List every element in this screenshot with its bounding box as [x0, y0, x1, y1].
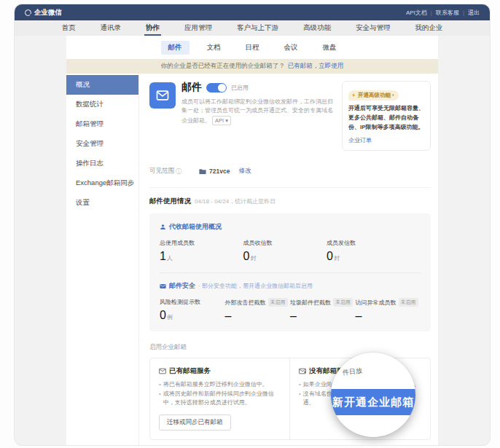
- premium-badge[interactable]: 开通高级功能 ›: [348, 90, 399, 101]
- top-link-contact-support[interactable]: 联系客服: [436, 9, 459, 17]
- top-link-api-docs[interactable]: API文档: [406, 9, 427, 17]
- stat-total-members: 总使用成员数 1人: [160, 239, 243, 263]
- existing-mailbox-bullet: 将已有邮箱服务立即迁移到企业微信中。: [159, 380, 281, 389]
- nav-tab-security[interactable]: 安全与管理: [356, 20, 391, 36]
- mail-security-icon: [160, 283, 166, 289]
- person-icon: [160, 224, 166, 230]
- divider: |: [431, 9, 432, 16]
- top-bar: 企业微信 API文档 | 联系客服 | 退出: [15, 4, 490, 20]
- visibility-scope-value: 721vce: [209, 168, 230, 175]
- stat-mails-received: 成员收信数 0封: [243, 239, 327, 263]
- content-card: 邮件 文档 日程 会议 微盘 你的企业是否已经有正在使用的企业邮箱了？ 已有邮箱…: [66, 36, 438, 445]
- divider: [160, 272, 421, 273]
- mail-title: 邮件: [181, 81, 202, 94]
- mail-app-icon: [149, 82, 176, 109]
- nav-tab-advanced[interactable]: 高级功能: [303, 20, 331, 36]
- stat-unit: 封: [250, 255, 256, 262]
- envelope-outline-icon: [159, 368, 166, 374]
- premium-promo-text: 开通后可享受无限邮箱容量、更多公共邮箱、邮件自动备份、IP限制等多项高级功能。: [348, 104, 424, 132]
- nav-tab-my-company[interactable]: 我的企业: [415, 20, 443, 36]
- usage-stats-panel: 代收邮箱使用概况 总使用成员数 1人 成员收信数 0封: [149, 213, 431, 331]
- notice-text: 你的企业是否已经有正在使用的企业邮箱了？: [161, 62, 285, 71]
- enterprise-orders-link[interactable]: 企业订单: [348, 136, 372, 144]
- notice-bar: 你的企业是否已经有正在使用的企业邮箱了？ 已有邮箱，立即使用: [66, 59, 438, 74]
- existing-mailbox-column: 已有邮箱服务 将已有邮箱服务立即迁移到企业微信中。 或将历史邮件和新邮件持续同步…: [150, 358, 290, 439]
- stat-label: 外部攻击拦截数: [225, 299, 266, 307]
- notice-use-existing-link[interactable]: 已有邮箱，立即使用: [288, 62, 344, 71]
- stat-spam-blocked: 垃圾邮件拦截数未启用 –: [290, 298, 356, 323]
- subtab-meeting[interactable]: 会议: [277, 41, 305, 55]
- stat-label: 风险检测提示数: [160, 298, 200, 306]
- stat-value: 0: [160, 309, 166, 321]
- nav-tab-contacts[interactable]: 通讯录: [101, 20, 122, 36]
- stat-label: 成员收信数: [243, 239, 327, 247]
- subtab-mail[interactable]: 邮件: [161, 41, 190, 55]
- stat-unit: 封: [334, 255, 340, 262]
- sidebar-item-security-management[interactable]: 安全管理: [66, 134, 138, 154]
- nav-tab-app-management[interactable]: 应用管理: [184, 20, 212, 36]
- sidebar: 概况 数据统计 邮箱管理 安全管理 操作日志 Exchange邮箱同步 设置: [66, 74, 139, 445]
- usage-title-text: 邮件使用情况: [149, 197, 191, 205]
- stat-unit: 人: [167, 255, 173, 262]
- enable-mailbox-section-label: 启用企业邮箱: [149, 343, 431, 352]
- sidebar-item-statistics[interactable]: 数据统计: [66, 95, 138, 114]
- existing-mailbox-title: 已有邮箱服务: [169, 366, 211, 376]
- subtab-calendar[interactable]: 日程: [238, 41, 267, 55]
- stat-value: –: [356, 310, 362, 322]
- api-dropdown[interactable]: API ▾: [212, 116, 231, 126]
- mail-security-note: · 部分安全功能，需开通企业微信邮箱后启用: [198, 282, 313, 290]
- folder-icon: [199, 168, 206, 175]
- stat-label: 访问异常成员数: [356, 299, 397, 307]
- usage-date-note: 04/18 - 04/24，统计截止至昨日: [195, 198, 276, 205]
- info-icon[interactable]: ⓘ: [176, 168, 181, 176]
- disabled-tag: 未启用: [333, 298, 353, 307]
- envelope-icon: [155, 88, 170, 103]
- premium-badge-label: 开通高级功能 ›: [358, 92, 394, 99]
- migrate-sync-mailbox-button[interactable]: 迁移或同步已有邮箱: [159, 414, 231, 431]
- sidebar-item-operation-log[interactable]: 操作日志: [66, 154, 138, 173]
- mail-info: 邮件 已启用 成员可以将工作邮箱绑定到企业微信收发邮件，工作消息归集一处；管理员…: [181, 81, 336, 151]
- delegated-mailbox-section-title: 代收邮箱使用概况: [169, 222, 222, 232]
- stat-external-attacks-blocked: 外部攻击拦截数未启用 –: [225, 298, 291, 323]
- stat-label: 垃圾邮件拦截数: [290, 299, 331, 307]
- disabled-tag: 未启用: [268, 298, 288, 307]
- visibility-edit-link[interactable]: 修改: [238, 167, 251, 176]
- sidebar-item-mailbox-management[interactable]: 邮箱管理: [66, 114, 138, 134]
- visibility-scope: 721vce: [199, 168, 230, 175]
- top-link-logout[interactable]: 退出: [468, 9, 480, 17]
- mail-security-section-title: 邮件安全: [169, 281, 195, 291]
- stat-label: 成员发信数: [327, 239, 410, 247]
- content-row: 概况 数据统计 邮箱管理 安全管理 操作日志 Exchange邮箱同步 设置: [66, 74, 438, 445]
- stat-risk-alerts: 风险检测提示数 0例: [160, 298, 225, 323]
- top-links: API文档 | 联系客服 | 退出: [406, 9, 480, 17]
- subtab-drive[interactable]: 微盘: [316, 41, 344, 55]
- nav-tab-customers[interactable]: 客户与上下游: [237, 20, 278, 36]
- delegated-stats-row: 总使用成员数 1人 成员收信数 0封 成员发信数 0封: [160, 239, 421, 263]
- mail-description: 成员可以将工作邮箱绑定到企业微信收发邮件，工作消息归集一处；管理员也可统一为成员…: [181, 98, 336, 125]
- visibility-row: 可见范围 ⓘ 721vce 修改: [149, 167, 431, 176]
- stat-unit: 例: [167, 314, 173, 321]
- wecom-logo[interactable]: 企业微信: [25, 8, 62, 17]
- bolt-icon: [351, 93, 356, 98]
- mail-description-text: 成员可以将工作邮箱绑定到企业微信收发邮件，工作消息归集一处；管理员也可统一为成员…: [181, 98, 333, 124]
- open-new-enterprise-mailbox-button[interactable]: 新开通企业邮箱: [331, 389, 415, 415]
- nav-tab-home[interactable]: 首页: [62, 20, 76, 36]
- subtab-docs[interactable]: 文档: [200, 41, 228, 55]
- main-nav: 首页 通讯录 协作 应用管理 客户与上下游 高级功能 安全与管理 我的企业: [15, 20, 490, 36]
- mail-security-section-header: 邮件安全 · 部分安全功能，需开通企业微信邮箱后启用: [160, 281, 421, 291]
- delegated-mailbox-section-header: 代收邮箱使用概况: [160, 222, 421, 232]
- stat-mails-sent: 成员发信数 0封: [327, 239, 410, 263]
- sidebar-item-exchange-sync[interactable]: Exchange邮箱同步: [66, 173, 138, 193]
- magnified-text-fragment: 件日放: [342, 366, 362, 378]
- magnifier-overlay: 件日放 新开通企业邮箱: [331, 353, 415, 437]
- sidebar-item-settings[interactable]: 设置: [66, 193, 138, 213]
- usage-section-title: 邮件使用情况04/18 - 04/24，统计截止至昨日: [149, 197, 431, 206]
- sidebar-item-overview[interactable]: 概况: [66, 75, 138, 95]
- security-stats-row: 风险检测提示数 0例 外部攻击拦截数未启用 – 垃圾邮件拦截数未启用 –: [160, 298, 421, 323]
- mail-enabled-toggle[interactable]: [206, 83, 227, 93]
- admin-window: 企业微信 API文档 | 联系客服 | 退出 首页 通讯录 协作 应用管理 客户…: [15, 4, 490, 445]
- stat-value: –: [225, 310, 232, 322]
- stat-abnormal-access-members: 访问异常成员数未启用 –: [356, 298, 421, 323]
- nav-tab-collaboration[interactable]: 协作: [146, 20, 160, 36]
- visibility-label-group: 可见范围 ⓘ: [149, 167, 181, 176]
